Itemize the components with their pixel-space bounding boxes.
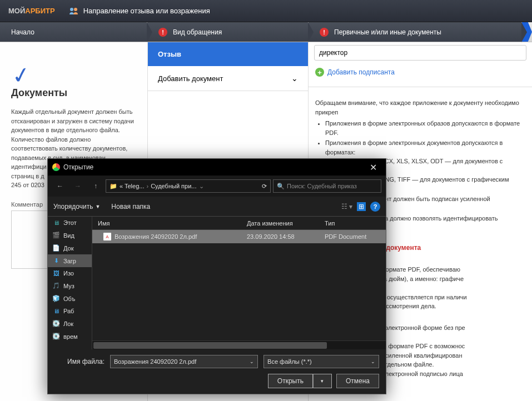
dialog-title: Открытие — [63, 163, 93, 171]
col-type[interactable]: Тип — [325, 220, 386, 227]
app-header: МОЙАРБИТР Направление отзыва или возраже… — [0, 0, 532, 22]
file-row[interactable]: A Возражения 24092020 2л.pdf 23.09.2020 … — [92, 230, 386, 243]
sidebar-music[interactable]: 🎵Муз — [48, 279, 92, 292]
director-input[interactable] — [314, 45, 526, 61]
cube-icon: 🧊 — [52, 295, 60, 302]
back-button[interactable]: ← — [52, 179, 68, 193]
preview-icon[interactable]: ⊞ — [357, 202, 366, 211]
disk-icon: 💽 — [52, 320, 60, 327]
folder-icon: 📁 — [110, 183, 117, 190]
pc-icon: 🖥 — [52, 219, 60, 226]
dialog-footer: Имя файла: Возражения 24092020 2л.pdf⌄ В… — [48, 349, 386, 394]
dialog-sidebar: 🖥Этот 🎬Вид 📄Док ⬇Загр 🖼Изо 🎵Муз 🧊Объ 🖥Ра… — [48, 217, 92, 349]
path-breadcrumb[interactable]: 📁 « Teleg... › Судебный при... ⌄ ⟳ — [106, 179, 271, 193]
sidebar-temp[interactable]: 💽врем — [48, 330, 92, 343]
file-open-dialog: Открытие ✕ ← → ↑ 📁 « Teleg... › Судебный… — [47, 158, 386, 394]
nav-step-start[interactable]: Начало — [0, 22, 147, 42]
add-signer-button[interactable]: + Добавить подписанта — [309, 63, 532, 81]
sidebar-docs[interactable]: 📄Док — [48, 242, 92, 254]
download-icon: ⬇ — [52, 257, 60, 264]
view-icon[interactable]: ☷ ▾ — [341, 203, 352, 210]
cancel-button[interactable]: Отмена — [336, 374, 379, 388]
open-dropdown[interactable]: ▾ — [313, 374, 332, 388]
document-icon: 📄 — [52, 244, 60, 252]
organize-button[interactable]: Упорядочить ▼ — [53, 203, 100, 210]
disk-icon: 💽 — [52, 333, 60, 340]
help-icon[interactable]: ? — [370, 202, 380, 212]
chevron-right-icon: › — [146, 183, 148, 189]
logo-part2: АРБИТР — [25, 7, 54, 15]
sidebar-objects[interactable]: 🧊Объ — [48, 292, 92, 305]
warning-icon: ! — [320, 28, 329, 37]
search-icon: 🔍 — [277, 183, 285, 190]
logo[interactable]: МОЙАРБИТР — [0, 7, 63, 15]
file-list: Имя Дата изменения Тип A Возражения 2409… — [92, 217, 386, 349]
breadcrumb-nav: Начало ! Вид обращения ! Первичные и/или… — [0, 22, 532, 42]
page-title-text: Направление отзыва или возражения — [83, 7, 210, 15]
col-name[interactable]: Имя — [92, 220, 247, 227]
filename-label: Имя файла: — [54, 358, 105, 365]
logo-part1: МОЙ — [8, 7, 25, 15]
dialog-nav: ← → ↑ 📁 « Teleg... › Судебный при... ⌄ ⟳… — [48, 176, 386, 197]
nav-step-type[interactable]: ! Вид обращения — [147, 22, 309, 42]
tab-review[interactable]: Отзыв — [148, 42, 308, 66]
col-date[interactable]: Дата изменения — [247, 220, 325, 227]
sidebar-images[interactable]: 🖼Изо — [48, 267, 92, 279]
image-icon: 🖼 — [52, 270, 60, 277]
checkmark-icon: ✓ — [10, 43, 138, 89]
add-document-button[interactable]: Добавить документ ⌄ — [148, 66, 308, 91]
up-button[interactable]: ↑ — [88, 179, 103, 193]
new-folder-button[interactable]: Новая папка — [111, 203, 150, 210]
filetype-select[interactable]: Все файлы (*.*)⌄ — [263, 355, 379, 368]
chrome-icon — [52, 163, 60, 171]
desktop-icon: 🖥 — [52, 308, 60, 314]
sidebar-downloads[interactable]: ⬇Загр — [48, 254, 92, 267]
search-input[interactable]: 🔍 Поиск: Судебный приказ — [273, 179, 381, 193]
plus-icon: + — [315, 68, 324, 77]
dropdown-icon[interactable]: ⌄ — [199, 183, 204, 190]
open-button[interactable]: Открыть — [268, 374, 313, 388]
video-icon: 🎬 — [52, 232, 60, 239]
left-title: Документы — [11, 87, 136, 99]
dialog-titlebar[interactable]: Открытие ✕ — [48, 159, 386, 176]
svg-point-1 — [74, 8, 77, 11]
sidebar-this-pc[interactable]: 🖥Этот — [48, 217, 92, 229]
forward-button[interactable]: → — [70, 179, 86, 193]
svg-point-0 — [70, 8, 73, 11]
sidebar-desktop[interactable]: 🖥Раб — [48, 305, 92, 317]
sidebar-videos[interactable]: 🎬Вид — [48, 229, 92, 242]
list-header[interactable]: Имя Дата изменения Тип — [92, 217, 386, 230]
page-title: Направление отзыва или возражения — [63, 6, 210, 16]
horizontal-scrollbar[interactable] — [92, 340, 386, 349]
close-button[interactable]: ✕ — [365, 162, 381, 173]
refresh-icon[interactable]: ⟳ — [262, 183, 267, 190]
pdf-icon: A — [103, 233, 111, 240]
music-icon: 🎵 — [52, 282, 60, 289]
warning-icon: ! — [158, 28, 167, 37]
people-icon — [69, 6, 79, 16]
sidebar-local[interactable]: 💽Лок — [48, 317, 92, 330]
dialog-body: 🖥Этот 🎬Вид 📄Док ⬇Загр 🖼Изо 🎵Муз 🧊Объ 🖥Ра… — [48, 217, 386, 349]
filename-input[interactable]: Возражения 24092020 2л.pdf⌄ — [110, 355, 258, 368]
chevron-down-icon: ⌄ — [291, 74, 298, 83]
nav-step-docs[interactable]: ! Первичные и/или иные документы — [309, 22, 522, 42]
dialog-toolbar: Упорядочить ▼ Новая папка ☷ ▾ ⊞ ? — [48, 197, 386, 217]
